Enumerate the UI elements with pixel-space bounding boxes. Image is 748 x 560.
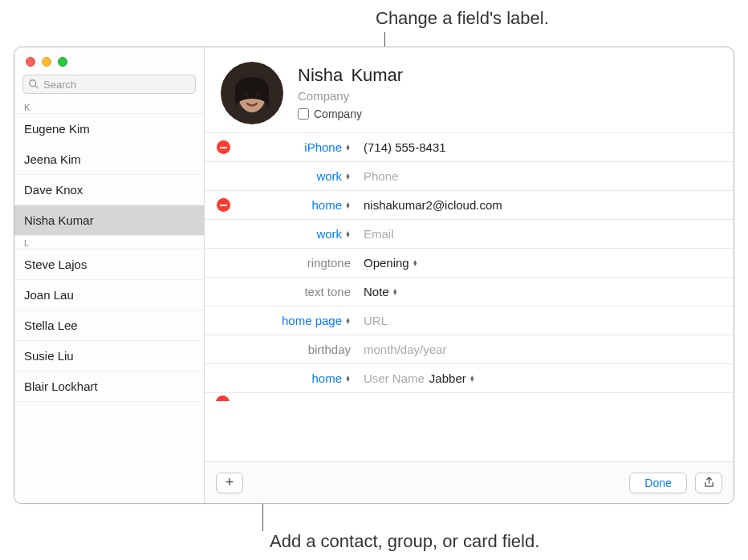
field-row: birthdaymonth/day/year — [205, 335, 734, 364]
field-value[interactable]: nishakumar2@icloud.com — [356, 198, 724, 212]
field-label-static: birthday — [242, 343, 356, 356]
svg-point-4 — [245, 91, 248, 95]
field-row: work▲▼Phone — [205, 162, 734, 191]
field-placeholder[interactable]: Email — [364, 227, 394, 241]
field-value-select[interactable]: Note▲▼ — [364, 285, 398, 298]
contact-row[interactable]: Stella Lee — [14, 310, 204, 341]
field-label-select[interactable]: work▲▼ — [242, 227, 356, 241]
chevron-updown-icon: ▲▼ — [413, 260, 418, 266]
field-placeholder[interactable]: month/day/year — [364, 343, 446, 356]
section-header: L — [14, 236, 204, 250]
field-label-static: ringtone — [242, 256, 356, 270]
chevron-updown-icon: ▲▼ — [470, 375, 475, 382]
field-label: birthday — [308, 343, 351, 356]
field-value[interactable]: month/day/year — [356, 343, 724, 356]
chevron-updown-icon: ▲▼ — [345, 318, 351, 324]
callout-change-label: Change a field's label. — [376, 8, 549, 29]
field-label-select[interactable]: home▲▼ — [242, 198, 356, 212]
search-icon — [28, 79, 39, 90]
contact-list: KEugene KimJeena KimDave KnoxNisha Kumar… — [14, 100, 204, 402]
svg-line-1 — [35, 86, 39, 89]
svg-point-0 — [30, 80, 36, 87]
is-company-checkbox-input[interactable] — [298, 108, 309, 120]
contact-row[interactable]: Blair Lockhart — [14, 371, 204, 402]
field-value[interactable]: (714) 555-8431 — [356, 140, 724, 154]
chevron-updown-icon: ▲▼ — [345, 231, 351, 237]
contact-row[interactable]: Dave Knox — [14, 175, 204, 205]
field-row: home▲▼nishakumar2@icloud.com — [205, 191, 734, 220]
field-label-select[interactable]: home▲▼ — [242, 371, 356, 385]
field-placeholder[interactable]: Phone — [364, 169, 398, 183]
contact-row[interactable]: Nisha Kumar — [14, 205, 204, 236]
last-name[interactable]: Kumar — [351, 65, 403, 85]
field-placeholder[interactable]: User Name — [364, 371, 425, 385]
company-field[interactable]: Company — [298, 89, 718, 103]
field-value: Opening▲▼ — [356, 256, 724, 270]
done-button[interactable]: Done — [629, 473, 687, 493]
contact-row[interactable]: Susie Liu — [14, 341, 204, 371]
contact-row[interactable]: Joan Lau — [14, 280, 204, 310]
footer-toolbar: + Done — [205, 461, 734, 503]
contact-row[interactable]: Steve Lajos — [14, 250, 204, 280]
zoom-window-button[interactable] — [58, 57, 67, 67]
remove-field-button[interactable] — [217, 140, 230, 154]
field-label-select[interactable]: iPhone▲▼ — [242, 140, 356, 154]
field-row: home page▲▼URL — [205, 306, 734, 335]
add-button[interactable]: + — [216, 473, 243, 493]
field-row: work▲▼Email — [205, 220, 734, 249]
field-row: iPhone▲▼(714) 555-8431 — [205, 133, 734, 162]
field-value[interactable]: Phone — [356, 169, 724, 183]
chevron-updown-icon: ▲▼ — [345, 375, 351, 382]
contacts-window: Search KEugene KimJeena KimDave KnoxNish… — [14, 47, 734, 504]
callout-add-field: Add a contact, group, or card field. — [270, 531, 539, 552]
field-placeholder[interactable]: URL — [364, 314, 388, 327]
field-label-static: text tone — [242, 285, 356, 298]
field-label[interactable]: home page — [282, 314, 342, 327]
contact-header: Nisha Kumar Company Company — [205, 47, 734, 132]
minimize-window-button[interactable] — [42, 57, 51, 67]
field-label[interactable]: iPhone — [304, 140, 342, 154]
remove-field-button[interactable] — [216, 396, 230, 401]
chevron-updown-icon: ▲▼ — [392, 289, 398, 295]
field-value: Note▲▼ — [356, 285, 724, 298]
is-company-checkbox[interactable]: Company — [298, 108, 718, 120]
field-label[interactable]: work — [316, 227, 342, 241]
detail-pane: Nisha Kumar Company Company iPhone▲▼(714… — [205, 47, 734, 503]
close-window-button[interactable] — [26, 57, 35, 67]
contact-name[interactable]: Nisha Kumar — [298, 65, 718, 86]
share-icon — [703, 477, 715, 489]
contact-row[interactable]: Jeena Kim — [14, 144, 204, 175]
field-value-select[interactable]: Opening▲▼ — [364, 256, 418, 270]
share-button[interactable] — [695, 473, 722, 493]
field-value[interactable]: URL — [356, 314, 724, 327]
field-extra-select[interactable]: Jabber▲▼ — [429, 371, 475, 385]
field-row: home▲▼User NameJabber▲▼ — [205, 364, 734, 393]
window-controls — [14, 47, 204, 70]
field-label[interactable]: work — [316, 169, 342, 183]
remove-field-button[interactable] — [217, 198, 230, 212]
search-input[interactable]: Search — [22, 75, 196, 94]
first-name[interactable]: Nisha — [298, 65, 343, 85]
field-value[interactable]: User NameJabber▲▼ — [356, 371, 724, 385]
is-company-label: Company — [314, 108, 362, 120]
field-label: text tone — [304, 285, 351, 298]
sidebar: Search KEugene KimJeena KimDave KnoxNish… — [14, 47, 205, 503]
chevron-updown-icon: ▲▼ — [345, 173, 351, 180]
avatar[interactable] — [221, 62, 283, 124]
svg-point-5 — [256, 91, 259, 95]
contact-row[interactable]: Eugene Kim — [14, 114, 204, 144]
field-label-select[interactable]: work▲▼ — [242, 169, 356, 183]
field-value[interactable]: Email — [356, 227, 724, 241]
chevron-updown-icon: ▲▼ — [345, 202, 351, 209]
chevron-updown-icon: ▲▼ — [345, 144, 351, 151]
fields-list: iPhone▲▼(714) 555-8431work▲▼Phonehome▲▼n… — [205, 132, 734, 393]
field-label-select[interactable]: home page▲▼ — [242, 314, 356, 327]
field-label: ringtone — [307, 256, 351, 270]
field-label[interactable]: home — [312, 371, 343, 385]
field-row: text toneNote▲▼ — [205, 278, 734, 306]
field-label[interactable]: home — [312, 198, 343, 212]
field-row: ringtoneOpening▲▼ — [205, 249, 734, 278]
section-header: K — [14, 100, 204, 114]
search-placeholder: Search — [43, 79, 76, 91]
